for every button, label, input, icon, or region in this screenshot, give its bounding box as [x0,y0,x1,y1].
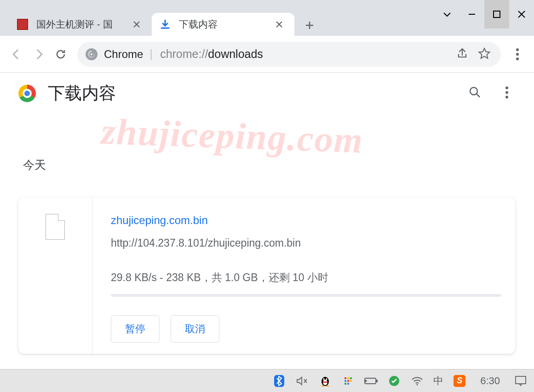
new-tab-button[interactable] [299,15,320,36]
close-window-button[interactable] [509,0,534,29]
download-progress-bar [111,294,501,297]
sogou-ime-icon[interactable]: S [453,374,466,388]
svg-rect-25 [376,380,378,382]
browser-toolbar: Chrome | chrome://downloads [0,36,534,73]
page-title: 下载内容 [48,82,116,105]
system-tray: 中 S 6:30 [272,374,528,388]
downloads-header: 下载内容 [0,73,534,114]
tab-title: 下载内容 [179,18,269,31]
tab-inactive-0[interactable]: 国外主机测评 - 国 [9,13,152,36]
tab-overflow-button[interactable] [435,0,459,29]
bluetooth-icon[interactable] [272,374,286,388]
svg-rect-17 [347,377,349,379]
tab-active-1[interactable]: 下载内容 [152,13,294,36]
url-text: chrome://downloads [160,47,263,61]
svg-rect-19 [345,380,346,382]
date-section-header: 今天 [23,157,534,173]
svg-rect-13 [323,381,327,383]
watermark-text: zhujiceping.com [101,110,364,161]
page-menu-icon[interactable] [505,86,509,101]
svg-rect-23 [347,383,349,385]
address-bar[interactable]: Chrome | chrome://downloads [77,42,501,67]
download-status: 29.8 KB/s - 238 KB，共 1.0 GB，还剩 10 小时 [111,271,501,285]
file-thumbnail-area [18,197,92,354]
chip-separator: | [149,47,153,61]
browser-menu-button[interactable] [506,43,528,65]
window-controls [435,0,534,29]
svg-point-5 [505,86,508,89]
taskbar: 中 S 6:30 [0,369,534,392]
close-icon[interactable] [132,19,142,29]
file-icon [46,214,65,240]
svg-point-7 [505,96,508,98]
svg-rect-22 [345,383,346,385]
favicon-site [16,18,29,31]
security-ok-icon[interactable] [387,374,401,388]
site-chip: Chrome | [86,47,159,61]
search-icon[interactable] [468,86,482,101]
svg-rect-28 [516,376,526,384]
svg-point-27 [417,384,418,385]
download-icon [159,18,172,31]
back-button[interactable] [6,43,28,65]
chrome-logo-icon [18,85,36,102]
qq-penguin-icon[interactable] [318,374,332,388]
clock[interactable]: 6:30 [476,375,505,387]
svg-point-12 [326,378,327,380]
window-titlebar: 国外主机测评 - 国 下载内容 [0,0,534,36]
battery-icon[interactable] [364,374,378,388]
chip-label: Chrome [104,48,143,61]
svg-point-3 [516,58,519,60]
svg-point-2 [516,53,519,56]
minimize-button[interactable] [459,0,484,29]
svg-point-6 [505,91,508,94]
svg-rect-20 [347,380,349,382]
download-filename-link[interactable]: zhujiceping.com.bin [111,214,501,227]
svg-rect-16 [345,377,346,379]
download-item-card: zhujiceping.com.bin http://104.237.8.101… [18,197,515,354]
downloads-content: 今天 zhujiceping.com.bin http://104.237.8.… [0,157,534,354]
reload-button[interactable] [50,43,72,65]
wifi-icon[interactable] [410,374,424,388]
share-icon[interactable] [456,47,469,62]
notifications-icon[interactable] [514,374,528,388]
svg-rect-18 [350,377,352,379]
svg-rect-21 [350,380,352,382]
svg-point-1 [516,48,519,51]
pause-button[interactable]: 暂停 [111,315,160,343]
maximize-button[interactable] [484,0,509,29]
tab-title: 国外主机测评 - 国 [36,18,126,31]
color-grid-icon[interactable] [341,374,355,388]
cancel-button[interactable]: 取消 [171,315,219,343]
bookmark-icon[interactable] [478,47,491,62]
forward-button[interactable] [28,43,50,65]
close-icon[interactable] [274,19,284,29]
ime-indicator[interactable]: 中 [433,374,443,388]
svg-rect-0 [494,11,500,17]
volume-mute-icon[interactable] [295,374,309,388]
svg-point-11 [323,378,325,380]
svg-point-4 [470,87,477,95]
download-source-url: http://104.237.8.101/zhujiceping.com.bin [111,237,501,249]
